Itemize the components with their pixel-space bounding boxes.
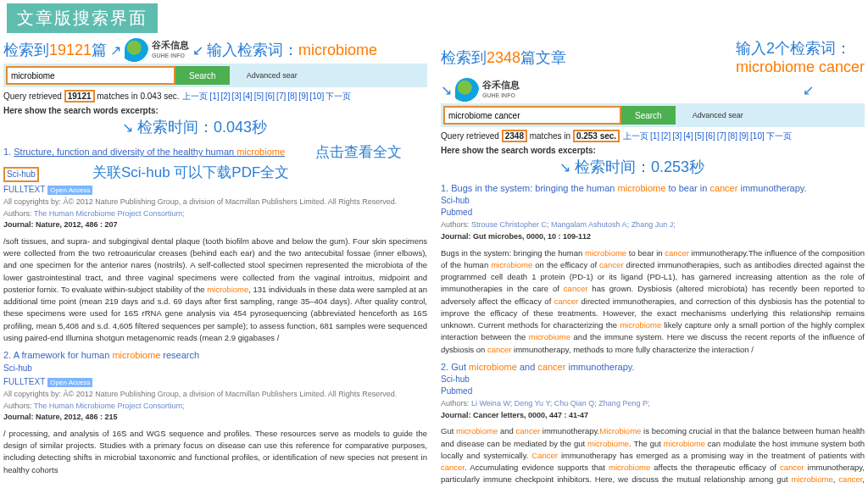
author-link[interactable]: The Human Microbiome Project Consortium; [34, 402, 185, 410]
copyright: All copyrights by: Â© 2012 Nature Publis… [3, 197, 427, 208]
pag-6[interactable]: [6] [265, 92, 275, 101]
advanced-search-link[interactable]: Advanced sear [247, 71, 298, 80]
title-kw: microbiome [112, 350, 160, 360]
auth-label: Authors: [441, 220, 471, 229]
logo: 谷禾信息GUHE INFO [125, 38, 189, 62]
journal-info: Journal: Nature, 2012, 486 : 207 [3, 219, 427, 230]
anno-input-label: 输入2个检索词： [736, 40, 851, 57]
result-num: 2. [441, 362, 448, 372]
pag-next[interactable]: 下一页 [766, 131, 792, 141]
scihub-link[interactable]: Sci-hub [441, 195, 865, 207]
stat-line-right: Query retrieved 2348 matches in 0.253 se… [441, 130, 865, 142]
result-title[interactable]: 1. Structure, function and diversity of … [3, 146, 285, 158]
title-text2: research [160, 350, 199, 360]
search-button[interactable]: Search [621, 106, 676, 125]
result-num: 1. [3, 147, 11, 157]
anno-count-suf: 篇文章 [520, 49, 566, 66]
stat-time-box: 0.253 sec. [573, 130, 620, 142]
search-bar-left: Search Advanced sear [3, 64, 427, 87]
author-link[interactable]: Strouse Christopher C; Mangalam Ashutosh… [471, 220, 676, 229]
pag-7[interactable]: [7] [717, 131, 726, 141]
time-anno-right: ↘ 检索时间：0.253秒 [559, 157, 865, 177]
scihub-link[interactable]: Sci-hub [3, 167, 39, 182]
abstract-2: / processing, and analysis of 16S and WG… [3, 428, 427, 476]
open-access-badge: Open Access [47, 186, 92, 195]
arrow-icon: ↙ [803, 82, 814, 98]
pagination: 上一页[1][2][3][4][5][6][7][8][9][10]下一页 [181, 92, 352, 101]
pagination: 上一页[1][2][3][4][5][6][7][8][9][10]下一页 [622, 131, 793, 141]
right-panel: 检索到2348篇文章 输入2个检索词：microbiome cancer ↘ 谷… [437, 36, 868, 488]
anno-count-num: 2348 [487, 49, 520, 66]
pag-8[interactable]: [8] [728, 131, 737, 141]
auth-label: Authors: [441, 399, 471, 408]
fulltext-link[interactable]: FULLTEXT [3, 185, 45, 194]
pag-2[interactable]: [2] [220, 92, 230, 101]
author-link[interactable]: Li Weina W; Deng Yu Y; Chu Qian Q; Zhang… [471, 399, 649, 408]
title-text: A framework for human [14, 350, 113, 360]
result-title[interactable]: 2. A framework for human microbiome rese… [3, 349, 427, 362]
time-anno-left: ↘ 检索时间：0.043秒 [122, 117, 427, 137]
arrow-icon: ↘ [441, 82, 452, 98]
advanced-search-link[interactable]: Advanced sear [693, 111, 743, 119]
result-title[interactable]: 1. Bugs in the system: bringing the huma… [441, 182, 865, 195]
pag-4[interactable]: [4] [683, 131, 693, 141]
scihub-anno: 关联Sci-hub 可以下载PDF全文 [92, 164, 289, 180]
stat-line-left: Query retrieved 19121 matches in 0.043 s… [3, 91, 427, 103]
pag-prev[interactable]: 上一页 [623, 131, 648, 141]
stat-mid: matches in 0.043 sec. [95, 92, 180, 101]
pag-3[interactable]: [3] [232, 92, 242, 101]
pag-next[interactable]: 下一页 [326, 92, 351, 101]
abstract-1: /soft tissues, and supra- and subgingiva… [3, 236, 427, 344]
journal-info: Journal: Nature, 2012, 486 : 215 [3, 412, 427, 423]
pag-1[interactable]: [1] [650, 131, 659, 141]
anno-input-term: microbiome cancer [736, 58, 865, 75]
fulltext-link[interactable]: FULLTEXT [3, 377, 45, 386]
result-1: 1. Bugs in the system: bringing the huma… [441, 182, 865, 242]
anno-count-left: 检索到19121篇 [3, 40, 107, 60]
pag-9[interactable]: [9] [739, 131, 748, 141]
excerpt-heading: Here show the search words excerpts: [441, 146, 865, 155]
logo-en: GUHE INFO [152, 53, 185, 58]
pubmed-link[interactable]: Pubmed [441, 385, 865, 397]
scihub-link[interactable]: Sci-hub [3, 363, 32, 373]
stat-count-box: 2348 [502, 130, 527, 142]
anno-count-pre: 检索到 [441, 49, 487, 66]
author-link[interactable]: The Human Microbiome Project Consortium; [34, 209, 185, 218]
pag-4[interactable]: [4] [243, 92, 253, 101]
scihub-link[interactable]: Sci-hub [441, 374, 865, 385]
page-banner: 文章版搜索界面 [7, 3, 158, 33]
search-button[interactable]: Search [175, 66, 230, 85]
pag-1[interactable]: [1] [209, 92, 219, 101]
pag-10[interactable]: [10] [750, 131, 765, 141]
anno-input-left: 输入检索词：microbiome [207, 40, 377, 60]
click-anno: 点击查看全文 [315, 142, 402, 163]
result-title[interactable]: 2. Gut microbiome and cancer immunothera… [441, 361, 865, 374]
stat-pre: Query retrieved [3, 92, 64, 101]
journal-info: Journal: Cancer letters, 0000, 447 : 41-… [441, 410, 865, 421]
pag-2[interactable]: [2] [661, 131, 670, 141]
excerpt-heading: Here show the search words excerpts: [3, 106, 427, 115]
abstract-2: Gut microbiome and cancer immunotherapy.… [441, 425, 865, 488]
logo-icon [125, 38, 148, 62]
copyright: All copyrights by: Â© 2012 Nature Publis… [3, 389, 427, 400]
pag-3[interactable]: [3] [672, 131, 682, 141]
pag-5[interactable]: [5] [254, 92, 264, 101]
anno-count-num: 19121 [49, 42, 92, 58]
pag-7[interactable]: [7] [276, 92, 286, 101]
stat-pre: Query retrieved [441, 131, 502, 141]
anno-count-pre: 检索到 [3, 42, 49, 58]
pag-prev[interactable]: 上一页 [182, 92, 208, 101]
pubmed-link[interactable]: Pubmed [441, 207, 865, 219]
pag-5[interactable]: [5] [694, 131, 704, 141]
search-input[interactable] [6, 66, 175, 85]
pag-10[interactable]: [10] [309, 92, 324, 101]
search-input[interactable] [443, 106, 621, 125]
result-num: 1. [441, 183, 448, 193]
pag-9[interactable]: [9] [298, 92, 308, 101]
arrow-icon: ↙ [192, 42, 203, 58]
time-anno-text: 检索时间：0.043秒 [137, 119, 267, 136]
result-num: 2. [3, 350, 11, 360]
pag-8[interactable]: [8] [287, 92, 297, 101]
result-2: 2. A framework for human microbiome rese… [3, 349, 427, 423]
pag-6[interactable]: [6] [706, 131, 715, 141]
